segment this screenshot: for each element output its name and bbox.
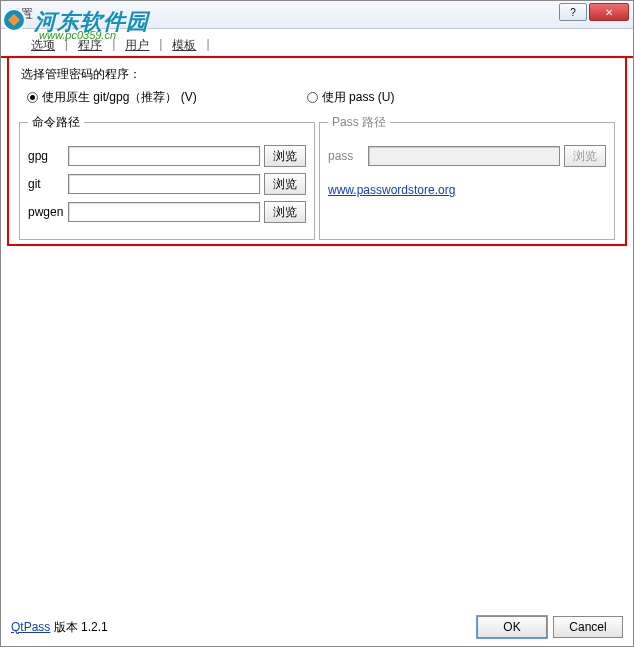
tab-bar: 选项 | 程序 | 用户 | 模板 | (1, 29, 633, 58)
passwordstore-link[interactable]: www.passwordstore.org (328, 183, 455, 197)
gpg-label: gpg (28, 149, 64, 163)
version-number: 版本 1.2.1 (50, 620, 107, 634)
titlebar: 设置 ? ✕ (1, 1, 633, 29)
radio-use-pass[interactable]: 使用 pass (U) (307, 89, 395, 106)
radio-use-native[interactable]: 使用原生 git/gpg（推荐） (V) (27, 89, 197, 106)
pass-label: pass (328, 149, 364, 163)
groupbox-command-legend: 命令路径 (28, 114, 84, 131)
section-header: 选择管理密码的程序： (21, 66, 615, 83)
pass-path-input (368, 146, 560, 166)
pwgen-label: pwgen (28, 205, 64, 219)
tab-templates[interactable]: 模板 (162, 35, 206, 56)
gpg-path-input[interactable] (68, 146, 260, 166)
gpg-browse-button[interactable]: 浏览 (264, 145, 306, 167)
help-icon: ? (570, 7, 576, 18)
window-title: 设置 (5, 6, 33, 23)
git-label: git (28, 177, 64, 191)
tab-separator: | (206, 35, 209, 56)
radio-native-label: 使用原生 git/gpg（推荐） (V) (42, 89, 197, 106)
cancel-button[interactable]: Cancel (553, 616, 623, 638)
help-button[interactable]: ? (559, 3, 587, 21)
content-panel: 选择管理密码的程序： 使用原生 git/gpg（推荐） (V) 使用 pass … (7, 58, 627, 246)
radio-pass-label: 使用 pass (U) (322, 89, 395, 106)
version-text: QtPass 版本 1.2.1 (11, 619, 108, 636)
tab-options[interactable]: 选项 (21, 35, 65, 56)
dialog-frame: 设置 ? ✕ 河东软件园 www.pc0359.cn 选项 | 程序 | 用户 … (0, 0, 634, 647)
git-browse-button[interactable]: 浏览 (264, 173, 306, 195)
tab-users[interactable]: 用户 (115, 35, 159, 56)
git-path-input[interactable] (68, 174, 260, 194)
pwgen-browse-button[interactable]: 浏览 (264, 201, 306, 223)
radio-icon (307, 92, 318, 103)
dialog-footer: QtPass 版本 1.2.1 OK Cancel (11, 616, 623, 638)
qtpass-link[interactable]: QtPass (11, 620, 50, 634)
close-button[interactable]: ✕ (589, 3, 629, 21)
groupbox-pass-path: Pass 路径 pass 浏览 www.passwordstore.org (319, 114, 615, 240)
ok-button[interactable]: OK (477, 616, 547, 638)
pwgen-path-input[interactable] (68, 202, 260, 222)
close-icon: ✕ (605, 7, 613, 18)
tab-programs[interactable]: 程序 (68, 35, 112, 56)
groupbox-command-paths: 命令路径 gpg 浏览 git 浏览 pwgen 浏览 (19, 114, 315, 240)
groupbox-pass-legend: Pass 路径 (328, 114, 390, 131)
pass-browse-button: 浏览 (564, 145, 606, 167)
radio-icon (27, 92, 38, 103)
